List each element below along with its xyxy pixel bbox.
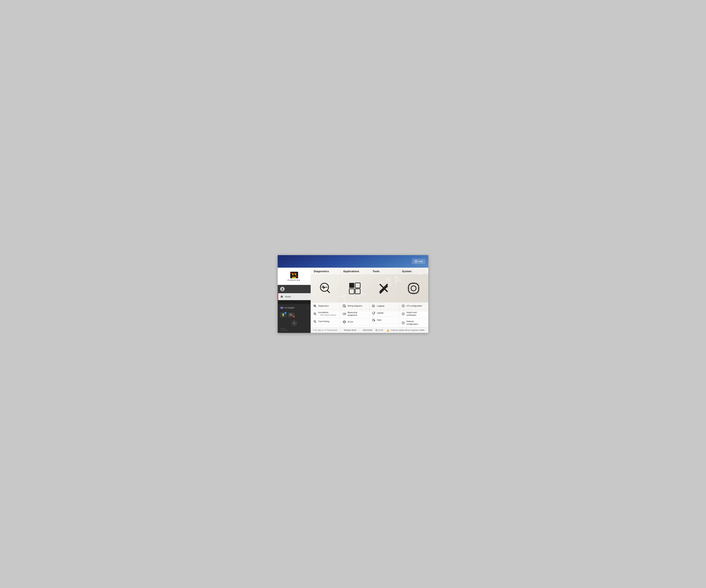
- diagnostics-icon-area[interactable]: [311, 274, 340, 302]
- wiring-diagrams-item-label: Wiring diagrams: [348, 305, 367, 307]
- svg-point-56: [403, 313, 404, 314]
- power-button[interactable]: [292, 321, 297, 326]
- logging-item-label: Logging: [377, 305, 396, 307]
- svg-rect-6: [296, 273, 298, 274]
- main-body: PORSCHE: [278, 268, 428, 333]
- footer-release-label: Release 39.: [344, 329, 354, 331]
- logging-menu-item[interactable]: Logging: [369, 302, 399, 309]
- tools-items: Logging: [369, 302, 399, 327]
- svg-line-22: [315, 314, 316, 315]
- sidebar: PORSCHE: [278, 268, 311, 333]
- vci-configuration-item-label: VCI configuration: [406, 305, 426, 307]
- sidebar-item-home[interactable]: Home: [278, 293, 311, 300]
- wiring-diagrams-menu-item[interactable]: Wiring diagrams: [340, 302, 369, 309]
- footer-time-value: 17:14: [378, 329, 383, 331]
- svg-rect-3: [292, 275, 296, 277]
- svg-rect-13: [291, 314, 291, 314]
- tools-header: Tools: [369, 268, 399, 274]
- diagnostics-column: Diagnostics: [311, 268, 340, 327]
- user-silhouette-icon: [281, 288, 284, 290]
- svg-rect-7: [290, 276, 292, 277]
- svg-rect-36: [343, 313, 345, 315]
- network-configuration-item-label: Network configuration: [406, 320, 426, 326]
- system-icon-area[interactable]: [399, 274, 428, 302]
- sidebar-status-row: 🔋 i ✕: [280, 311, 308, 319]
- fault-finding-menu-item[interactable]: ! Fault finding: [311, 318, 340, 325]
- svg-point-54: [411, 286, 416, 291]
- immobilizer-item-text: Immobilizer → 9PA Cayenne Diesel: [318, 311, 338, 316]
- app-container: ? Help: [278, 255, 428, 333]
- warning-triangle-icon: !: [386, 329, 390, 332]
- language-flag: US: [280, 307, 283, 309]
- diagnostics-items: Diagnostics Immobilize: [311, 302, 340, 327]
- svg-rect-26: [349, 283, 354, 288]
- language-selector[interactable]: US US English ›: [280, 306, 308, 310]
- language-label: US English: [284, 306, 295, 309]
- power-row: [280, 320, 308, 326]
- svg-rect-12: [290, 314, 290, 314]
- network-configuration-menu-item[interactable]: Network configuration: [399, 319, 428, 327]
- language-arrow-icon: ›: [308, 307, 308, 308]
- imprint-certificates-item-label: Imprint and certificates: [406, 311, 426, 317]
- diagnostics-header: Diagnostics: [311, 268, 340, 274]
- power-icon: [293, 322, 296, 325]
- diagnostics-menu-item[interactable]: Diagnostics: [311, 302, 340, 309]
- svg-marker-10: [280, 295, 283, 298]
- immobilizer-menu-item[interactable]: Immobilizer → 9PA Cayenne Diesel: [311, 309, 340, 318]
- help-label: Help: [418, 260, 423, 263]
- wiring-diagrams-item-icon: [343, 304, 346, 308]
- data-item-label: Data: [377, 319, 396, 322]
- footer-copyright: © Dr. Ing. h.c. F. Porsche AG: [313, 329, 337, 331]
- diagnostics-big-icon: [318, 281, 332, 295]
- svg-point-9: [282, 288, 283, 289]
- sidebar-logo: PORSCHE: [278, 268, 311, 285]
- svg-rect-29: [355, 289, 360, 294]
- footer-license-warning: ! A license update will be required in 9…: [386, 329, 426, 332]
- data-menu-item[interactable]: Data: [369, 317, 399, 324]
- footer-time: 17:14: [376, 329, 383, 331]
- system-header: System: [399, 268, 428, 274]
- sidebar-nav: Home: [278, 293, 311, 300]
- help-icon: ?: [415, 260, 417, 263]
- data-item-icon: [372, 318, 376, 322]
- content-area: TTA TTA TTA Diagnostics: [311, 268, 428, 333]
- update-item-label: Update: [377, 312, 396, 314]
- svg-text:!: !: [314, 321, 315, 322]
- logging-item-icon: [372, 304, 376, 308]
- update-menu-item[interactable]: Update: [369, 309, 399, 317]
- footer: © Dr. Ing. h.c. F. Porsche AG | Release …: [311, 327, 428, 333]
- footer-divider-1: |: [341, 329, 341, 331]
- svg-line-19: [315, 306, 316, 307]
- applications-column: Applications: [340, 268, 369, 327]
- help-button[interactable]: ? Help: [412, 259, 425, 264]
- pcss-item-icon: [343, 320, 346, 324]
- vci-configuration-menu-item[interactable]: VCI configuration: [399, 302, 428, 309]
- battery-status: 🔋 i: [280, 312, 286, 317]
- fault-finding-item-label: Fault finding: [318, 320, 338, 323]
- applications-icon-area[interactable]: [340, 274, 369, 302]
- footer-license-text: A license update will be required in 998…: [391, 329, 426, 331]
- footer-date: 09/22/2020: [363, 329, 372, 331]
- measuring-equipment-item-label: Measuring equipment: [348, 311, 367, 317]
- tools-column: Tools: [369, 268, 399, 327]
- measuring-equipment-menu-item[interactable]: Measuring equipment: [340, 309, 369, 319]
- sidebar-user-row: [278, 285, 311, 293]
- immobilizer-item-label: Immobilizer: [318, 311, 338, 314]
- diagnostics-item-label: Diagnostics: [318, 305, 338, 307]
- svg-point-55: [403, 305, 404, 306]
- fault-finding-item-icon: !: [313, 320, 317, 323]
- porsche-crest-icon: [290, 271, 299, 279]
- applications-items: Wiring diagrams Measuring equipment: [340, 302, 369, 327]
- tools-big-icon: [377, 281, 391, 295]
- imprint-certificates-item-icon: [401, 312, 405, 316]
- tools-icon-area[interactable]: [369, 274, 399, 302]
- svg-rect-37: [345, 313, 346, 314]
- footer-release-suffix: 00: [354, 329, 356, 331]
- pcss-menu-item[interactable]: PCSS: [340, 319, 369, 326]
- imprint-certificates-menu-item[interactable]: Imprint and certificates: [399, 309, 428, 319]
- battery-icon: 🔋: [282, 313, 285, 316]
- cable-status: ✕: [288, 313, 294, 317]
- release-label: Release: [280, 328, 285, 329]
- immobilizer-item-sub: → 9PA Cayenne Diesel: [318, 314, 338, 316]
- footer-release: Release 39.00: [344, 329, 356, 331]
